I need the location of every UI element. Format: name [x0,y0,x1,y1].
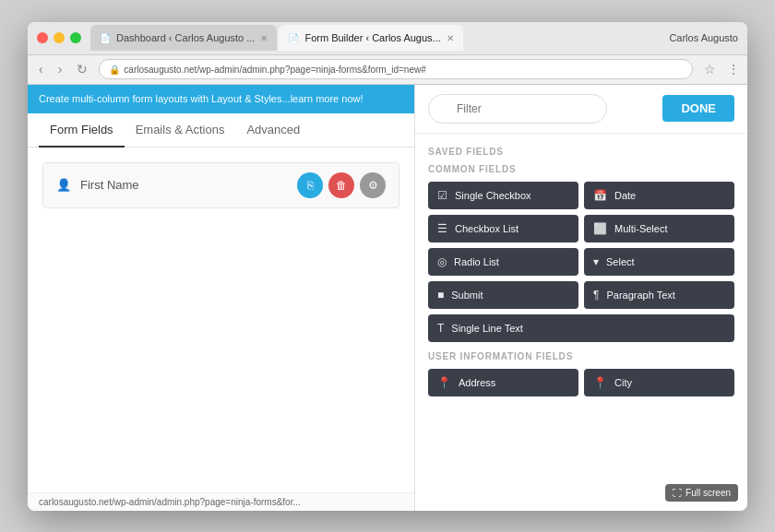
multiselect-icon: ⬜ [593,222,607,235]
address-icon: 📍 [437,376,451,389]
tab-label: Form Builder ‹ Carlos Augus... [304,32,440,43]
status-bar: carlosaugusto.net/wp-admin/admin.php?pag… [28,492,414,511]
tab-close-icon[interactable]: ✕ [447,33,454,43]
user-label: Carlos Augusto [669,32,738,43]
menu-icon[interactable]: ⋮ [727,62,740,77]
close-button[interactable] [37,32,48,43]
right-top-bar: 🔍 DONE [415,85,747,134]
list-item[interactable]: ☰ Checkbox List [428,215,578,242]
tab-form-builder[interactable]: 📄 Form Builder ‹ Carlos Augus... ✕ [279,25,462,51]
calendar-icon: 📅 [593,189,607,202]
tab-advanced[interactable]: Advanced [235,113,311,148]
status-text: carlosaugusto.net/wp-admin/admin.php?pag… [39,497,301,507]
tab-advanced-label: Advanced [246,123,300,136]
paragraph-icon: ¶ [593,289,599,301]
chip-label: Checkbox List [455,223,519,234]
fields-panel: SAVED FIELDS COMMON FIELDS ☑ Single Chec… [415,134,747,511]
done-button[interactable]: DONE [662,95,734,122]
address-input[interactable]: 🔒 carlosaugusto.net/wp-admin/admin.php?p… [99,59,693,79]
common-fields-grid: ☑ Single Checkbox 📅 Date ☰ Checkbox List [428,182,734,342]
forward-button[interactable]: › [54,60,66,78]
chip-label: Single Checkbox [455,190,531,201]
right-panel: 🔍 DONE SAVED FIELDS COMMON FIELDS ☑ Sing… [415,85,747,511]
saved-fields-label: SAVED FIELDS [428,147,734,157]
list-item[interactable]: ■ Submit [428,281,578,309]
list-item[interactable]: ☑ Single Checkbox [428,182,578,209]
chip-label: Multi-Select [614,223,667,234]
chip-label: City [614,377,632,388]
user-icon: 👤 [56,178,71,192]
tab-icon: 📄 [100,33,111,43]
field-actions: ⎘ 🗑 ⚙ [297,172,386,198]
list-item[interactable]: ⬜ Multi-Select [584,215,734,242]
left-panel: Create multi-column form layouts with La… [28,85,415,511]
chip-label: Radio List [454,256,499,267]
nav-tabs: Form Fields Emails & Actions Advanced [28,113,414,148]
refresh-button[interactable]: ↻ [73,60,91,78]
app-content: Create multi-column form layouts with La… [28,85,747,511]
banner-text: Create multi-column form layouts with La… [39,93,364,104]
tab-dashboard[interactable]: 📄 Dashboard ‹ Carlos Augusto ... ✕ [90,25,277,51]
list-icon: ☰ [437,222,447,235]
right-panel-wrapper: 🔍 DONE SAVED FIELDS COMMON FIELDS ☑ Sing… [415,85,747,511]
list-item[interactable]: 📍 Address [428,369,578,396]
duplicate-button[interactable]: ⎘ [297,172,323,198]
user-info-fields-label: USER INFORMATION FIELDS [428,351,734,361]
tab-form-fields[interactable]: Form Fields [39,113,125,148]
list-item[interactable]: ▾ Select [584,248,734,276]
text-icon: T [437,322,444,335]
list-item[interactable]: ◎ Radio List [428,248,578,276]
tab-close-icon[interactable]: ✕ [260,33,268,43]
checkbox-icon: ☑ [437,189,447,202]
delete-button[interactable]: 🗑 [328,172,354,198]
select-icon: ▾ [593,255,599,268]
field-name-label: First Name [80,178,288,192]
list-item[interactable]: T Single Line Text [428,314,734,342]
fullscreen-icon: ⛶ [673,488,682,498]
back-button[interactable]: ‹ [35,60,47,78]
bookmark-icon[interactable]: ☆ [704,62,716,77]
traffic-lights [37,32,81,43]
submit-icon: ■ [437,289,444,301]
maximize-button[interactable] [70,32,81,43]
chip-label: Paragraph Text [606,290,674,301]
tab-label: Dashboard ‹ Carlos Augusto ... [116,32,255,43]
title-bar: 📄 Dashboard ‹ Carlos Augusto ... ✕ 📄 For… [28,22,747,55]
tab-icon: 📄 [288,33,299,43]
radio-icon: ◎ [437,255,447,268]
filter-wrapper: 🔍 [428,94,653,124]
address-bar: ‹ › ↻ 🔒 carlosaugusto.net/wp-admin/admin… [28,55,747,85]
common-fields-label: COMMON FIELDS [428,164,734,174]
list-item[interactable]: 📍 City [584,369,734,396]
tabs-bar: 📄 Dashboard ‹ Carlos Augusto ... ✕ 📄 For… [90,25,669,51]
chip-label: Single Line Text [451,323,522,334]
lock-icon: 🔒 [109,65,120,75]
fullscreen-label: Full screen [686,488,731,498]
chip-label: Address [459,377,495,388]
fullscreen-button[interactable]: ⛶ Full screen [665,484,738,502]
chip-label: Date [614,190,636,201]
tab-form-fields-label: Form Fields [50,123,113,136]
filter-input[interactable] [428,94,607,124]
chip-label: Select [606,256,635,267]
tab-emails-actions[interactable]: Emails & Actions [125,113,236,148]
settings-button[interactable]: ⚙ [360,172,386,198]
browser-window: 📄 Dashboard ‹ Carlos Augusto ... ✕ 📄 For… [28,22,747,511]
city-icon: 📍 [593,376,607,389]
top-banner: Create multi-column form layouts with La… [28,85,414,113]
form-area: 👤 First Name ⎘ 🗑 ⚙ [28,148,414,492]
tab-emails-actions-label: Emails & Actions [136,123,225,136]
user-info-fields-grid: 📍 Address 📍 City [428,369,734,396]
table-row: 👤 First Name ⎘ 🗑 ⚙ [42,162,399,208]
list-item[interactable]: ¶ Paragraph Text [584,281,734,309]
chip-label: Submit [451,290,483,301]
url-text: carlosaugusto.net/wp-admin/admin.php?pag… [124,65,425,75]
minimize-button[interactable] [54,32,65,43]
list-item[interactable]: 📅 Date [584,182,734,209]
